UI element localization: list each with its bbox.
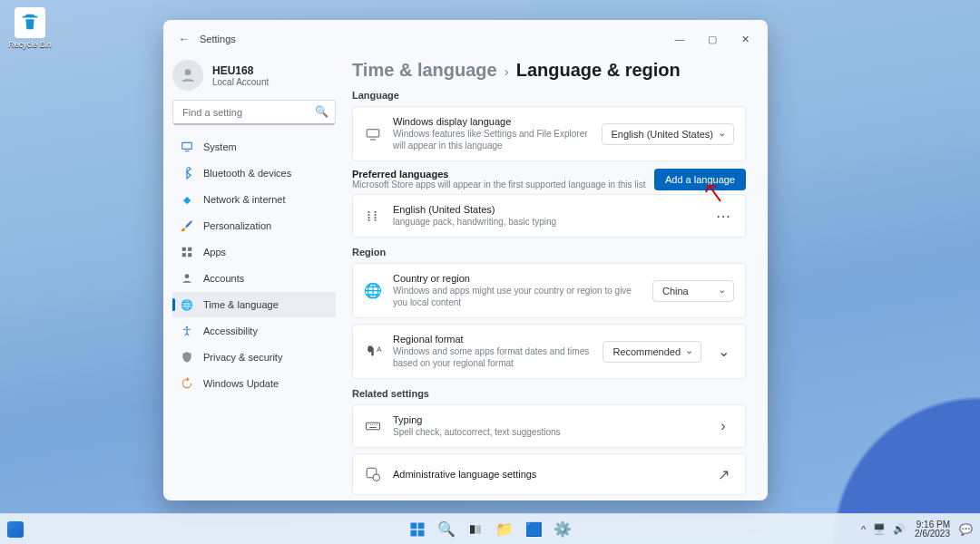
folder-icon: 📁 (495, 520, 514, 538)
sidebar-item-system[interactable]: System (172, 134, 336, 160)
card-title: English (United States) (393, 204, 701, 215)
file-explorer-button[interactable]: 📁 (493, 518, 516, 541)
svg-rect-2 (182, 248, 186, 251)
display-language-card[interactable]: Windows display language Windows feature… (352, 106, 746, 161)
add-language-button[interactable]: Add a language (654, 169, 746, 190)
recycle-bin-label: Recycle Bin (7, 40, 53, 49)
card-title: Typing (393, 414, 701, 425)
svg-point-0 (185, 69, 191, 75)
sidebar-item-privacy[interactable]: Privacy & security (172, 345, 336, 370)
settings-button[interactable]: ⚙️ (551, 518, 574, 541)
more-options-button[interactable]: ⋯ (712, 205, 734, 227)
svg-rect-17 (476, 525, 481, 533)
window-title: Settings (200, 34, 236, 44)
chevron-right-icon: › (505, 63, 509, 79)
edge-icon: 🟦 (525, 521, 543, 538)
display-language-select[interactable]: English (United States) (602, 123, 735, 145)
recycle-bin-icon (20, 13, 40, 33)
start-button[interactable] (406, 518, 429, 541)
sidebar-item-label: Personalization (203, 220, 271, 231)
typing-card[interactable]: Typing Spell check, autocorrect, text su… (352, 404, 746, 448)
sidebar-item-accounts[interactable]: Accounts (172, 266, 336, 291)
external-link-icon: ↗ (712, 463, 734, 485)
preferred-languages-header: Preferred languages Microsoft Store apps… (352, 169, 746, 190)
sidebar: HEU168 Local Account 🔍 System Bluetooth … (163, 54, 345, 500)
svg-rect-8 (367, 129, 379, 136)
windows-icon (409, 521, 426, 538)
search-input[interactable] (172, 100, 336, 125)
chevron-right-icon: › (712, 415, 734, 437)
svg-rect-9 (367, 423, 380, 430)
widgets-button[interactable] (7, 521, 24, 538)
notifications-button[interactable]: 💬 (959, 523, 973, 536)
close-button[interactable]: ✕ (731, 28, 759, 50)
gear-icon: ⚙️ (554, 520, 572, 538)
installed-language-card[interactable]: ⁞⁞ English (United States) language pack… (352, 194, 746, 238)
minimize-button[interactable]: — (666, 28, 693, 50)
section-region: Region (352, 247, 746, 257)
sidebar-item-apps[interactable]: Apps (172, 239, 336, 265)
card-title: Windows display language (393, 116, 591, 127)
system-tray[interactable]: ^ 🖥️ 🔊 (861, 523, 906, 535)
svg-rect-15 (418, 529, 425, 536)
country-select[interactable]: China (652, 280, 734, 302)
sidebar-item-accessibility[interactable]: Accessibility (172, 318, 336, 344)
svg-point-11 (373, 474, 380, 481)
country-region-card[interactable]: 🌐 Country or region Windows and apps mig… (352, 263, 746, 318)
sidebar-item-personalization[interactable]: 🖌️Personalization (172, 213, 336, 238)
nav: System Bluetooth & devices ◆Network & in… (172, 134, 336, 396)
card-sub: Windows features like Settings and File … (393, 128, 591, 151)
svg-rect-16 (470, 525, 475, 533)
svg-point-6 (185, 274, 190, 278)
network-icon[interactable]: 🖥️ (873, 523, 886, 535)
accounts-icon (181, 272, 193, 285)
user-name: HEU168 (212, 64, 269, 77)
content-area: Time & language › Language & region Lang… (345, 54, 768, 500)
back-button[interactable]: ← (172, 27, 196, 51)
expand-button[interactable]: ⌄ (712, 341, 734, 363)
regional-format-card[interactable]: 🖣ᴬ Regional format Windows and some apps… (352, 324, 746, 379)
user-sub: Local Account (212, 77, 269, 87)
breadcrumb-parent[interactable]: Time & language (352, 60, 497, 81)
sidebar-item-label: Apps (203, 247, 226, 257)
drag-handle-icon[interactable]: ⁞⁞ (367, 208, 379, 225)
accessibility-icon (181, 325, 193, 337)
volume-icon[interactable]: 🔊 (893, 523, 906, 535)
search-box[interactable]: 🔍 (172, 100, 336, 125)
titlebar: ← Settings — ▢ ✕ (163, 20, 768, 54)
chevron-up-icon[interactable]: ^ (861, 524, 866, 535)
card-sub: Windows and some apps format dates and t… (393, 345, 592, 369)
svg-point-7 (186, 326, 188, 328)
sidebar-item-label: Windows Update (203, 378, 279, 389)
maximize-button[interactable]: ▢ (699, 28, 726, 50)
display-icon (365, 126, 381, 142)
recycle-bin[interactable]: Recycle Bin (7, 7, 53, 49)
svg-rect-4 (182, 253, 186, 257)
sidebar-item-label: Accounts (203, 273, 244, 284)
user-panel[interactable]: HEU168 Local Account (172, 60, 336, 91)
svg-rect-3 (188, 248, 191, 251)
sidebar-item-update[interactable]: Windows Update (172, 371, 336, 396)
settings-window: ← Settings — ▢ ✕ HEU168 Local Account 🔍 … (163, 20, 768, 500)
search-icon: 🔍 (437, 520, 456, 538)
clock-time: 9:16 PM (915, 520, 950, 529)
admin-language-card[interactable]: Administrative language settings ↗ (352, 453, 746, 495)
sidebar-item-time-language[interactable]: 🌐Time & language (172, 292, 336, 317)
card-sub: language pack, handwriting, basic typing (393, 216, 701, 228)
sidebar-item-network[interactable]: ◆Network & internet (172, 187, 336, 212)
display-icon (181, 141, 193, 153)
taskbar: 🔍 📁 🟦 ⚙️ ^ 🖥️ 🔊 9:16 PM 2/6/2023 💬 (0, 513, 980, 544)
globe-icon: 🌐 (364, 282, 382, 299)
task-view-button[interactable] (464, 518, 487, 541)
clock-date: 2/6/2023 (915, 529, 950, 539)
avatar (172, 60, 203, 91)
card-title: Administrative language settings (393, 469, 701, 480)
person-icon (179, 66, 197, 84)
sidebar-item-bluetooth[interactable]: Bluetooth & devices (172, 160, 336, 186)
edge-button[interactable]: 🟦 (522, 518, 545, 541)
regional-format-select[interactable]: Recommended (603, 341, 701, 363)
search-button[interactable]: 🔍 (435, 518, 458, 541)
task-view-icon (468, 522, 483, 537)
svg-rect-5 (188, 253, 191, 257)
clock[interactable]: 9:16 PM 2/6/2023 (915, 520, 950, 539)
